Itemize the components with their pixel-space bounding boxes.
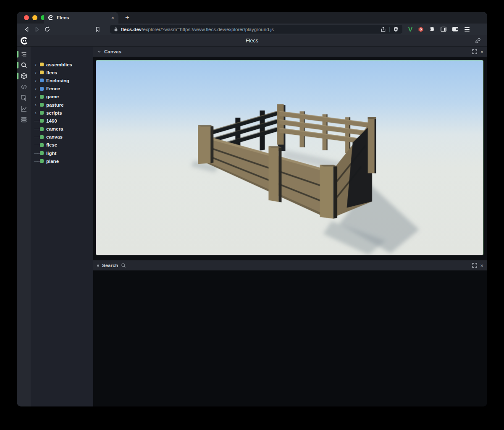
tree-item-pasture[interactable]: ›pasture	[31, 101, 93, 109]
entity-color-swatch	[40, 103, 44, 107]
extension-icons: V	[408, 26, 470, 33]
expand-icon[interactable]: ›	[34, 79, 37, 83]
expand-icon[interactable]: ›	[34, 111, 37, 115]
share-icon[interactable]	[381, 26, 386, 32]
url-domain: flecs.dev	[121, 27, 142, 32]
close-icon[interactable]: ×	[480, 262, 483, 269]
entity-tree-panel: ›assemblies ›flecs ›Enclosing ›Fence ›ga…	[31, 47, 93, 406]
browser-tab[interactable]: Flecs ×	[44, 12, 118, 24]
leaf-icon: ——	[34, 127, 37, 131]
sidebar-panel-icon[interactable]	[441, 26, 446, 32]
tree-item-plane[interactable]: ——plane	[31, 157, 93, 165]
chevron-down-icon[interactable]	[97, 50, 101, 54]
search-panel-header[interactable]: Search ×	[93, 260, 487, 270]
tree-item-light[interactable]: ——light	[31, 149, 93, 157]
app-content: ›assemblies ›flecs ›Enclosing ›Fence ›ga…	[17, 47, 487, 406]
new-tab-button[interactable]: +	[123, 13, 132, 22]
tree-item-1460[interactable]: ——1460	[31, 117, 93, 125]
expand-icon[interactable]: ›	[34, 94, 37, 99]
app-header: Flecs	[17, 35, 487, 47]
leaf-icon: ——	[34, 151, 37, 155]
entity-color-swatch	[40, 71, 44, 74]
tree-item-scripts[interactable]: ›scripts	[31, 109, 93, 117]
entity-color-swatch	[40, 87, 44, 91]
back-button[interactable]	[22, 25, 32, 34]
vue-devtools-icon[interactable]: V	[408, 26, 412, 33]
code-tool[interactable]	[17, 81, 31, 92]
red-extension-icon[interactable]	[418, 26, 424, 32]
entity-color-swatch	[40, 135, 44, 139]
page-title: Flecs	[17, 38, 487, 44]
tab-close-icon[interactable]: ×	[111, 15, 114, 21]
url-text: flecs.dev/explorer/?wasm=https://www.fle…	[121, 27, 378, 32]
close-window-button[interactable]	[24, 15, 29, 20]
stats-tool[interactable]	[17, 103, 31, 114]
browser-window: Flecs × + flecs.dev/explorer/?wasm=https…	[17, 12, 487, 406]
fence-scene	[96, 60, 483, 255]
tree-item-assemblies[interactable]: ›assemblies	[31, 60, 93, 68]
extensions-puzzle-icon[interactable]	[429, 26, 435, 32]
canvas-panel-header[interactable]: Canvas ×	[93, 47, 487, 57]
reload-button[interactable]	[42, 25, 52, 34]
entity-color-swatch	[40, 95, 44, 99]
collapsed-indicator-icon[interactable]	[97, 265, 99, 267]
tree-item-fence[interactable]: ›Fence	[31, 85, 93, 93]
canvas-panel-title: Canvas	[104, 49, 121, 54]
tab-title: Flecs	[57, 15, 108, 20]
menu-icon[interactable]	[464, 27, 470, 32]
tree-item-canvas[interactable]: ——canvas	[31, 133, 93, 141]
minimize-window-button[interactable]	[32, 15, 37, 20]
tree-item-flesc[interactable]: ——flesc	[31, 141, 93, 149]
archetypes-tool[interactable]	[17, 114, 31, 125]
expand-icon[interactable]: ›	[34, 87, 37, 91]
leaf-icon: ——	[34, 143, 37, 147]
tree-item-camera[interactable]: ——camera	[31, 125, 93, 133]
tab-strip: Flecs × +	[17, 12, 487, 24]
tree-item-flecs[interactable]: ›flecs	[31, 68, 93, 76]
query-tool[interactable]	[17, 60, 31, 71]
close-icon[interactable]: ×	[480, 49, 483, 55]
leaf-icon: ——	[34, 119, 37, 123]
tree-item-game[interactable]: ›game	[31, 93, 93, 101]
inspector-tool[interactable]	[17, 92, 31, 103]
canvas-panel-body	[93, 57, 487, 260]
url-bar[interactable]: flecs.dev/explorer/?wasm=https://www.fle…	[110, 25, 402, 34]
fullscreen-icon[interactable]	[472, 263, 477, 268]
search-panel-body[interactable]	[93, 270, 487, 406]
tool-rail	[17, 47, 31, 406]
entity-color-swatch	[40, 159, 44, 163]
browser-toolbar: flecs.dev/explorer/?wasm=https://www.fle…	[17, 24, 487, 35]
leaf-icon: ——	[34, 135, 37, 139]
entity-color-swatch	[40, 79, 44, 82]
entity-color-swatch	[40, 63, 44, 66]
3d-viewport[interactable]	[96, 60, 483, 255]
expand-icon[interactable]: ›	[34, 63, 37, 67]
brave-shield-icon[interactable]	[393, 26, 399, 32]
lock-icon	[114, 27, 118, 32]
flecs-favicon	[48, 15, 54, 21]
entity-color-swatch	[40, 143, 44, 147]
macos-traffic-lights	[24, 15, 46, 20]
forward-button[interactable]	[32, 25, 42, 34]
entity-color-swatch	[40, 151, 44, 155]
url-path: /explorer/?wasm=https://www.flecs.dev/ex…	[142, 27, 274, 32]
tree-item-enclosing[interactable]: ›Enclosing	[31, 76, 93, 84]
main-panels: Canvas ×	[93, 47, 487, 406]
wallet-icon[interactable]	[452, 26, 459, 32]
fullscreen-icon[interactable]	[472, 49, 477, 54]
share-link-icon[interactable]	[475, 37, 481, 44]
expand-icon[interactable]: ›	[34, 103, 37, 107]
entity-color-swatch	[40, 119, 44, 123]
search-panel-title: Search	[102, 263, 118, 268]
entity-color-swatch	[40, 127, 44, 131]
entity-tree-tool[interactable]	[17, 49, 31, 60]
leaf-icon: ——	[34, 159, 37, 163]
entity-color-swatch	[40, 111, 44, 115]
divider: |	[389, 26, 390, 32]
canvas-3d-tool[interactable]	[17, 71, 31, 81]
bookmark-sidebar-icon[interactable]	[92, 25, 102, 34]
search-icon	[121, 263, 126, 268]
expand-icon[interactable]: ›	[34, 71, 37, 75]
